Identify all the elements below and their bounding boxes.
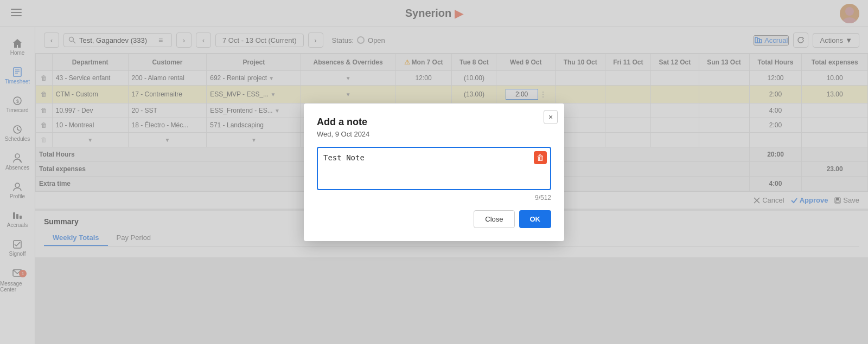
dialog-footer: Close OK	[317, 210, 551, 228]
add-note-dialog: Add a note Wed, 9 Oct 2024 × Test Note 🗑…	[304, 103, 564, 241]
note-area: Test Note 🗑	[317, 147, 551, 192]
dialog-title: Add a note	[317, 116, 551, 128]
note-delete-btn[interactable]: 🗑	[534, 151, 547, 164]
dialog-close-button[interactable]: Close	[474, 210, 514, 228]
dialog-subtitle: Wed, 9 Oct 2024	[317, 130, 551, 138]
dialog-close-btn[interactable]: ×	[544, 110, 558, 124]
note-textarea[interactable]: Test Note	[317, 147, 551, 190]
dialog-ok-button[interactable]: OK	[519, 210, 552, 228]
dialog-overlay: Add a note Wed, 9 Oct 2024 × Test Note 🗑…	[0, 0, 868, 344]
note-counter: 9/512	[317, 194, 551, 202]
